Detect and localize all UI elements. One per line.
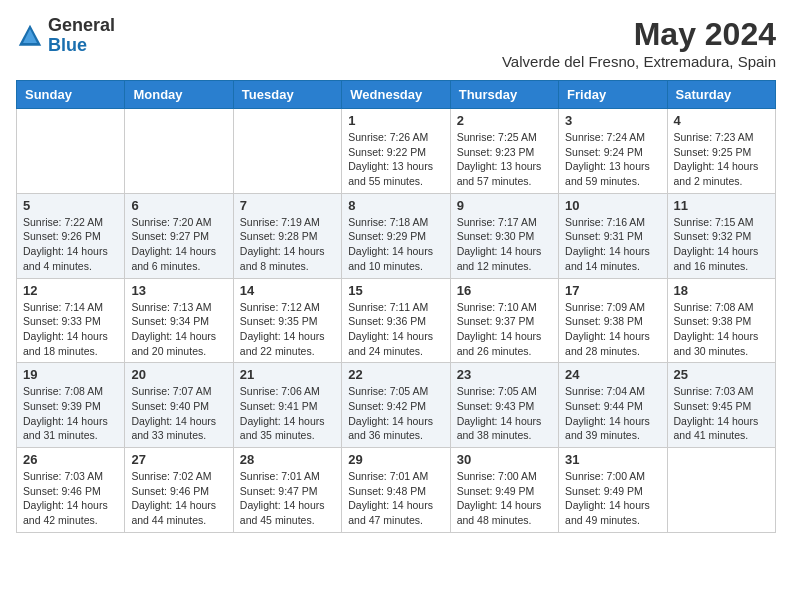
- calendar-cell: [17, 109, 125, 194]
- calendar-cell: 27Sunrise: 7:02 AMSunset: 9:46 PMDayligh…: [125, 448, 233, 533]
- logo-text: General Blue: [48, 16, 115, 56]
- header-day-monday: Monday: [125, 81, 233, 109]
- day-info: Sunrise: 7:11 AMSunset: 9:36 PMDaylight:…: [348, 300, 443, 359]
- day-info: Sunrise: 7:03 AMSunset: 9:46 PMDaylight:…: [23, 469, 118, 528]
- day-info: Sunrise: 7:23 AMSunset: 9:25 PMDaylight:…: [674, 130, 769, 189]
- header-day-saturday: Saturday: [667, 81, 775, 109]
- day-number: 16: [457, 283, 552, 298]
- calendar-cell: 4Sunrise: 7:23 AMSunset: 9:25 PMDaylight…: [667, 109, 775, 194]
- day-number: 15: [348, 283, 443, 298]
- logo-general: General: [48, 16, 115, 36]
- day-info: Sunrise: 7:15 AMSunset: 9:32 PMDaylight:…: [674, 215, 769, 274]
- calendar-cell: 29Sunrise: 7:01 AMSunset: 9:48 PMDayligh…: [342, 448, 450, 533]
- day-number: 3: [565, 113, 660, 128]
- day-number: 14: [240, 283, 335, 298]
- day-info: Sunrise: 7:14 AMSunset: 9:33 PMDaylight:…: [23, 300, 118, 359]
- day-number: 19: [23, 367, 118, 382]
- calendar-cell: 10Sunrise: 7:16 AMSunset: 9:31 PMDayligh…: [559, 193, 667, 278]
- day-info: Sunrise: 7:00 AMSunset: 9:49 PMDaylight:…: [565, 469, 660, 528]
- calendar-cell: 31Sunrise: 7:00 AMSunset: 9:49 PMDayligh…: [559, 448, 667, 533]
- calendar-cell: 18Sunrise: 7:08 AMSunset: 9:38 PMDayligh…: [667, 278, 775, 363]
- day-number: 30: [457, 452, 552, 467]
- day-info: Sunrise: 7:12 AMSunset: 9:35 PMDaylight:…: [240, 300, 335, 359]
- calendar-table: SundayMondayTuesdayWednesdayThursdayFrid…: [16, 80, 776, 533]
- day-info: Sunrise: 7:17 AMSunset: 9:30 PMDaylight:…: [457, 215, 552, 274]
- calendar-cell: 6Sunrise: 7:20 AMSunset: 9:27 PMDaylight…: [125, 193, 233, 278]
- day-info: Sunrise: 7:09 AMSunset: 9:38 PMDaylight:…: [565, 300, 660, 359]
- calendar-cell: 21Sunrise: 7:06 AMSunset: 9:41 PMDayligh…: [233, 363, 341, 448]
- day-info: Sunrise: 7:01 AMSunset: 9:48 PMDaylight:…: [348, 469, 443, 528]
- calendar-cell: 9Sunrise: 7:17 AMSunset: 9:30 PMDaylight…: [450, 193, 558, 278]
- day-info: Sunrise: 7:08 AMSunset: 9:38 PMDaylight:…: [674, 300, 769, 359]
- location-subtitle: Valverde del Fresno, Extremadura, Spain: [502, 53, 776, 70]
- calendar-header: SundayMondayTuesdayWednesdayThursdayFrid…: [17, 81, 776, 109]
- day-number: 28: [240, 452, 335, 467]
- calendar-cell: 22Sunrise: 7:05 AMSunset: 9:42 PMDayligh…: [342, 363, 450, 448]
- calendar-cell: 3Sunrise: 7:24 AMSunset: 9:24 PMDaylight…: [559, 109, 667, 194]
- calendar-cell: 13Sunrise: 7:13 AMSunset: 9:34 PMDayligh…: [125, 278, 233, 363]
- calendar-cell: [233, 109, 341, 194]
- day-number: 27: [131, 452, 226, 467]
- day-number: 7: [240, 198, 335, 213]
- day-number: 5: [23, 198, 118, 213]
- day-info: Sunrise: 7:01 AMSunset: 9:47 PMDaylight:…: [240, 469, 335, 528]
- day-number: 6: [131, 198, 226, 213]
- day-number: 8: [348, 198, 443, 213]
- week-row-5: 26Sunrise: 7:03 AMSunset: 9:46 PMDayligh…: [17, 448, 776, 533]
- calendar-cell: 17Sunrise: 7:09 AMSunset: 9:38 PMDayligh…: [559, 278, 667, 363]
- calendar-cell: 28Sunrise: 7:01 AMSunset: 9:47 PMDayligh…: [233, 448, 341, 533]
- day-number: 4: [674, 113, 769, 128]
- day-number: 22: [348, 367, 443, 382]
- header-row: SundayMondayTuesdayWednesdayThursdayFrid…: [17, 81, 776, 109]
- day-number: 29: [348, 452, 443, 467]
- calendar-cell: 2Sunrise: 7:25 AMSunset: 9:23 PMDaylight…: [450, 109, 558, 194]
- week-row-1: 1Sunrise: 7:26 AMSunset: 9:22 PMDaylight…: [17, 109, 776, 194]
- day-number: 21: [240, 367, 335, 382]
- day-info: Sunrise: 7:00 AMSunset: 9:49 PMDaylight:…: [457, 469, 552, 528]
- day-info: Sunrise: 7:03 AMSunset: 9:45 PMDaylight:…: [674, 384, 769, 443]
- calendar-cell: 12Sunrise: 7:14 AMSunset: 9:33 PMDayligh…: [17, 278, 125, 363]
- day-number: 23: [457, 367, 552, 382]
- title-block: May 2024 Valverde del Fresno, Extremadur…: [502, 16, 776, 70]
- day-number: 13: [131, 283, 226, 298]
- calendar-body: 1Sunrise: 7:26 AMSunset: 9:22 PMDaylight…: [17, 109, 776, 533]
- calendar-cell: [667, 448, 775, 533]
- day-info: Sunrise: 7:05 AMSunset: 9:42 PMDaylight:…: [348, 384, 443, 443]
- day-number: 20: [131, 367, 226, 382]
- day-number: 10: [565, 198, 660, 213]
- calendar-cell: 25Sunrise: 7:03 AMSunset: 9:45 PMDayligh…: [667, 363, 775, 448]
- day-info: Sunrise: 7:19 AMSunset: 9:28 PMDaylight:…: [240, 215, 335, 274]
- week-row-2: 5Sunrise: 7:22 AMSunset: 9:26 PMDaylight…: [17, 193, 776, 278]
- day-number: 2: [457, 113, 552, 128]
- day-info: Sunrise: 7:02 AMSunset: 9:46 PMDaylight:…: [131, 469, 226, 528]
- day-number: 25: [674, 367, 769, 382]
- header-day-friday: Friday: [559, 81, 667, 109]
- calendar-cell: 15Sunrise: 7:11 AMSunset: 9:36 PMDayligh…: [342, 278, 450, 363]
- day-number: 18: [674, 283, 769, 298]
- day-info: Sunrise: 7:18 AMSunset: 9:29 PMDaylight:…: [348, 215, 443, 274]
- day-info: Sunrise: 7:16 AMSunset: 9:31 PMDaylight:…: [565, 215, 660, 274]
- day-number: 24: [565, 367, 660, 382]
- day-number: 17: [565, 283, 660, 298]
- day-info: Sunrise: 7:07 AMSunset: 9:40 PMDaylight:…: [131, 384, 226, 443]
- day-number: 9: [457, 198, 552, 213]
- day-info: Sunrise: 7:22 AMSunset: 9:26 PMDaylight:…: [23, 215, 118, 274]
- calendar-cell: 26Sunrise: 7:03 AMSunset: 9:46 PMDayligh…: [17, 448, 125, 533]
- day-number: 26: [23, 452, 118, 467]
- day-info: Sunrise: 7:24 AMSunset: 9:24 PMDaylight:…: [565, 130, 660, 189]
- day-number: 12: [23, 283, 118, 298]
- calendar-cell: 7Sunrise: 7:19 AMSunset: 9:28 PMDaylight…: [233, 193, 341, 278]
- calendar-cell: 5Sunrise: 7:22 AMSunset: 9:26 PMDaylight…: [17, 193, 125, 278]
- calendar-cell: 1Sunrise: 7:26 AMSunset: 9:22 PMDaylight…: [342, 109, 450, 194]
- day-info: Sunrise: 7:10 AMSunset: 9:37 PMDaylight:…: [457, 300, 552, 359]
- day-info: Sunrise: 7:25 AMSunset: 9:23 PMDaylight:…: [457, 130, 552, 189]
- logo: General Blue: [16, 16, 115, 56]
- header-day-sunday: Sunday: [17, 81, 125, 109]
- page-header: General Blue May 2024 Valverde del Fresn…: [16, 16, 776, 70]
- calendar-cell: [125, 109, 233, 194]
- week-row-3: 12Sunrise: 7:14 AMSunset: 9:33 PMDayligh…: [17, 278, 776, 363]
- calendar-cell: 23Sunrise: 7:05 AMSunset: 9:43 PMDayligh…: [450, 363, 558, 448]
- week-row-4: 19Sunrise: 7:08 AMSunset: 9:39 PMDayligh…: [17, 363, 776, 448]
- calendar-cell: 24Sunrise: 7:04 AMSunset: 9:44 PMDayligh…: [559, 363, 667, 448]
- day-number: 11: [674, 198, 769, 213]
